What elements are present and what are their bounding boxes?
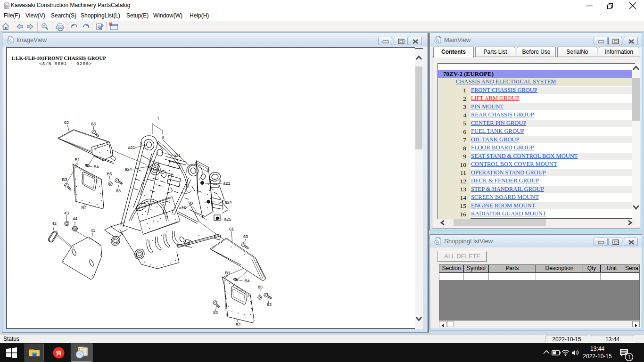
svg-text:42: 42 — [52, 221, 57, 226]
svg-text:85: 85 — [258, 285, 263, 289]
svg-text:44: 44 — [73, 216, 77, 221]
svg-text:41: 41 — [91, 228, 95, 233]
svg-text:B1: B1 — [74, 157, 80, 162]
svg-text:61: 61 — [229, 227, 234, 231]
svg-text:1: 1 — [157, 116, 159, 121]
svg-text:a21: a21 — [128, 145, 135, 150]
svg-text:B3: B3 — [62, 177, 67, 182]
svg-text:a21: a21 — [173, 153, 181, 158]
svg-text:a24: a24 — [224, 200, 231, 205]
svg-text:B4: B4 — [244, 279, 249, 283]
svg-text:83: 83 — [213, 310, 218, 315]
svg-text:a24: a24 — [124, 167, 132, 172]
svg-text:Я: Я — [56, 349, 61, 357]
svg-text:a25: a25 — [179, 206, 186, 210]
svg-text:1: 1 — [627, 354, 631, 361]
svg-text:8: 8 — [162, 135, 165, 140]
svg-text:B2: B2 — [81, 206, 86, 210]
svg-text:B1: B1 — [225, 271, 230, 275]
svg-text:63: 63 — [243, 234, 248, 239]
svg-text:83: 83 — [116, 189, 121, 193]
svg-text:43: 43 — [64, 211, 69, 215]
svg-text:B4: B4 — [93, 165, 99, 169]
svg-text:a21: a21 — [223, 181, 230, 186]
svg-text:63: 63 — [91, 122, 96, 126]
svg-text:B5: B5 — [107, 172, 112, 176]
svg-text:83: 83 — [267, 302, 272, 307]
svg-text:62: 62 — [64, 120, 69, 125]
svg-text:a25: a25 — [224, 217, 231, 222]
svg-text:B2: B2 — [235, 322, 240, 327]
